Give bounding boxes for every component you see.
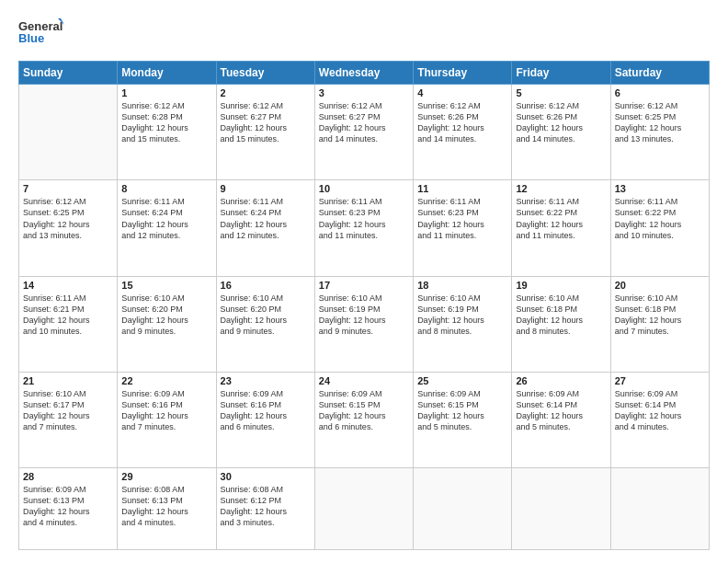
- day-number: 5: [516, 87, 606, 98]
- cell-info: Sunrise: 6:11 AM Sunset: 6:24 PM Dayligh…: [121, 196, 211, 241]
- header: General Blue: [18, 17, 710, 52]
- page: General Blue SundayMondayTuesdayWednesda…: [0, 0, 728, 563]
- cell-info: Sunrise: 6:12 AM Sunset: 6:27 PM Dayligh…: [319, 100, 409, 145]
- cell-info: Sunrise: 6:10 AM Sunset: 6:18 PM Dayligh…: [615, 293, 705, 338]
- calendar-cell: 6Sunrise: 6:12 AM Sunset: 6:25 PM Daylig…: [610, 85, 709, 180]
- cell-info: Sunrise: 6:12 AM Sunset: 6:26 PM Dayligh…: [516, 100, 606, 145]
- day-number: 19: [516, 280, 606, 291]
- day-number: 20: [615, 280, 705, 291]
- day-number: 25: [417, 375, 507, 386]
- day-number: 4: [417, 87, 507, 98]
- cell-info: Sunrise: 6:11 AM Sunset: 6:22 PM Dayligh…: [615, 196, 705, 241]
- calendar-cell: 15Sunrise: 6:10 AM Sunset: 6:20 PM Dayli…: [118, 276, 216, 372]
- weekday-saturday: Saturday: [610, 62, 709, 85]
- cell-info: Sunrise: 6:09 AM Sunset: 6:16 PM Dayligh…: [221, 388, 311, 433]
- calendar-cell: 23Sunrise: 6:09 AM Sunset: 6:16 PM Dayli…: [216, 372, 314, 467]
- calendar-cell: 21Sunrise: 6:10 AM Sunset: 6:17 PM Dayli…: [19, 372, 118, 467]
- cell-info: Sunrise: 6:09 AM Sunset: 6:15 PM Dayligh…: [417, 388, 507, 433]
- logo-svg: General Blue: [18, 17, 64, 52]
- day-number: 7: [23, 183, 113, 194]
- cell-info: Sunrise: 6:11 AM Sunset: 6:22 PM Dayligh…: [516, 196, 606, 241]
- calendar-cell: 17Sunrise: 6:10 AM Sunset: 6:19 PM Dayli…: [314, 276, 413, 372]
- cell-info: Sunrise: 6:09 AM Sunset: 6:16 PM Dayligh…: [121, 388, 211, 433]
- calendar-cell: 5Sunrise: 6:12 AM Sunset: 6:26 PM Daylig…: [512, 85, 610, 180]
- calendar-cell: 30Sunrise: 6:08 AM Sunset: 6:12 PM Dayli…: [216, 468, 314, 550]
- calendar-cell: 4Sunrise: 6:12 AM Sunset: 6:26 PM Daylig…: [414, 85, 512, 180]
- day-number: 14: [23, 280, 113, 291]
- day-number: 18: [417, 280, 507, 291]
- cell-info: Sunrise: 6:10 AM Sunset: 6:20 PM Dayligh…: [121, 293, 211, 338]
- day-number: 17: [319, 280, 409, 291]
- weekday-thursday: Thursday: [414, 62, 512, 85]
- day-number: 27: [615, 375, 705, 386]
- week-row-1: 7Sunrise: 6:12 AM Sunset: 6:25 PM Daylig…: [19, 180, 710, 276]
- cell-info: Sunrise: 6:10 AM Sunset: 6:17 PM Dayligh…: [23, 388, 113, 433]
- calendar-cell: 24Sunrise: 6:09 AM Sunset: 6:15 PM Dayli…: [314, 372, 413, 467]
- day-number: 15: [121, 280, 211, 291]
- weekday-sunday: Sunday: [19, 62, 118, 85]
- calendar-table: SundayMondayTuesdayWednesdayThursdayFrid…: [18, 61, 710, 550]
- calendar-cell: [512, 468, 610, 550]
- day-number: 22: [121, 375, 211, 386]
- cell-info: Sunrise: 6:11 AM Sunset: 6:23 PM Dayligh…: [319, 196, 409, 241]
- calendar-cell: 2Sunrise: 6:12 AM Sunset: 6:27 PM Daylig…: [216, 85, 314, 180]
- day-number: 16: [221, 280, 311, 291]
- day-number: 23: [221, 375, 311, 386]
- cell-info: Sunrise: 6:10 AM Sunset: 6:19 PM Dayligh…: [417, 293, 507, 338]
- cell-info: Sunrise: 6:10 AM Sunset: 6:18 PM Dayligh…: [516, 293, 606, 338]
- calendar-cell: 20Sunrise: 6:10 AM Sunset: 6:18 PM Dayli…: [610, 276, 709, 372]
- cell-info: Sunrise: 6:11 AM Sunset: 6:24 PM Dayligh…: [221, 196, 311, 241]
- calendar-cell: 25Sunrise: 6:09 AM Sunset: 6:15 PM Dayli…: [414, 372, 512, 467]
- svg-text:Blue: Blue: [18, 31, 44, 45]
- calendar-cell: 3Sunrise: 6:12 AM Sunset: 6:27 PM Daylig…: [314, 85, 413, 180]
- cell-info: Sunrise: 6:11 AM Sunset: 6:21 PM Dayligh…: [23, 293, 113, 338]
- cell-info: Sunrise: 6:12 AM Sunset: 6:26 PM Dayligh…: [417, 100, 507, 145]
- week-row-3: 21Sunrise: 6:10 AM Sunset: 6:17 PM Dayli…: [19, 372, 710, 467]
- cell-info: Sunrise: 6:10 AM Sunset: 6:19 PM Dayligh…: [319, 293, 409, 338]
- cell-info: Sunrise: 6:10 AM Sunset: 6:20 PM Dayligh…: [221, 293, 311, 338]
- logo: General Blue: [18, 17, 64, 52]
- day-number: 9: [221, 183, 311, 194]
- day-number: 29: [121, 471, 211, 482]
- weekday-friday: Friday: [512, 62, 610, 85]
- calendar-cell: 26Sunrise: 6:09 AM Sunset: 6:14 PM Dayli…: [512, 372, 610, 467]
- calendar-cell: 18Sunrise: 6:10 AM Sunset: 6:19 PM Dayli…: [414, 276, 512, 372]
- calendar-cell: 11Sunrise: 6:11 AM Sunset: 6:23 PM Dayli…: [414, 180, 512, 276]
- day-number: 2: [221, 87, 311, 98]
- day-number: 1: [121, 87, 211, 98]
- cell-info: Sunrise: 6:11 AM Sunset: 6:23 PM Dayligh…: [417, 196, 507, 241]
- calendar-cell: 19Sunrise: 6:10 AM Sunset: 6:18 PM Dayli…: [512, 276, 610, 372]
- calendar-cell: 7Sunrise: 6:12 AM Sunset: 6:25 PM Daylig…: [19, 180, 118, 276]
- day-number: 12: [516, 183, 606, 194]
- weekday-monday: Monday: [118, 62, 216, 85]
- calendar-cell: [414, 468, 512, 550]
- calendar-cell: 9Sunrise: 6:11 AM Sunset: 6:24 PM Daylig…: [216, 180, 314, 276]
- day-number: 10: [319, 183, 409, 194]
- calendar-cell: 27Sunrise: 6:09 AM Sunset: 6:14 PM Dayli…: [610, 372, 709, 467]
- day-number: 30: [221, 471, 311, 482]
- calendar-cell: 13Sunrise: 6:11 AM Sunset: 6:22 PM Dayli…: [610, 180, 709, 276]
- cell-info: Sunrise: 6:09 AM Sunset: 6:13 PM Dayligh…: [23, 484, 113, 529]
- day-number: 11: [417, 183, 507, 194]
- cell-info: Sunrise: 6:09 AM Sunset: 6:14 PM Dayligh…: [516, 388, 606, 433]
- cell-info: Sunrise: 6:12 AM Sunset: 6:25 PM Dayligh…: [23, 196, 113, 241]
- calendar-cell: 8Sunrise: 6:11 AM Sunset: 6:24 PM Daylig…: [118, 180, 216, 276]
- weekday-wednesday: Wednesday: [314, 62, 413, 85]
- calendar-cell: 28Sunrise: 6:09 AM Sunset: 6:13 PM Dayli…: [19, 468, 118, 550]
- cell-info: Sunrise: 6:09 AM Sunset: 6:15 PM Dayligh…: [319, 388, 409, 433]
- week-row-2: 14Sunrise: 6:11 AM Sunset: 6:21 PM Dayli…: [19, 276, 710, 372]
- weekday-tuesday: Tuesday: [216, 62, 314, 85]
- day-number: 6: [615, 87, 705, 98]
- cell-info: Sunrise: 6:12 AM Sunset: 6:28 PM Dayligh…: [121, 100, 211, 145]
- calendar-cell: 29Sunrise: 6:08 AM Sunset: 6:13 PM Dayli…: [118, 468, 216, 550]
- day-number: 21: [23, 375, 113, 386]
- day-number: 26: [516, 375, 606, 386]
- day-number: 24: [319, 375, 409, 386]
- calendar-cell: 10Sunrise: 6:11 AM Sunset: 6:23 PM Dayli…: [314, 180, 413, 276]
- weekday-header-row: SundayMondayTuesdayWednesdayThursdayFrid…: [19, 62, 710, 85]
- cell-info: Sunrise: 6:09 AM Sunset: 6:14 PM Dayligh…: [615, 388, 705, 433]
- day-number: 3: [319, 87, 409, 98]
- calendar-cell: [19, 85, 118, 180]
- day-number: 28: [23, 471, 113, 482]
- cell-info: Sunrise: 6:08 AM Sunset: 6:12 PM Dayligh…: [221, 484, 311, 529]
